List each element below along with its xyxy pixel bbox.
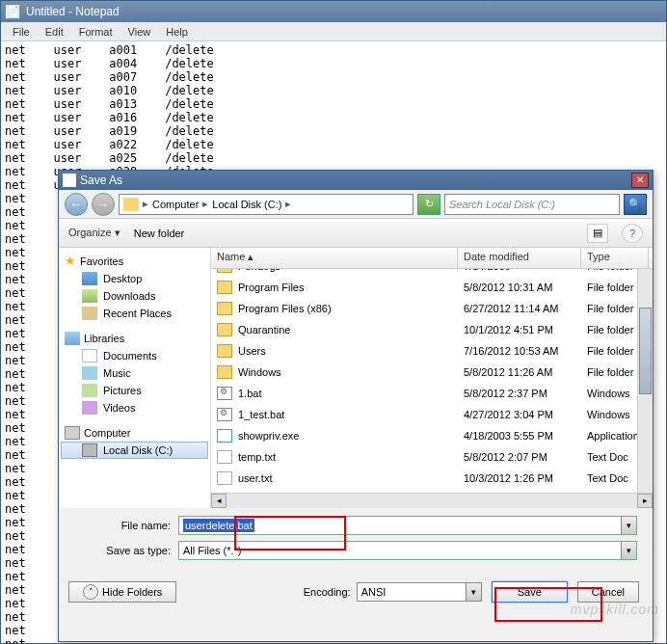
chevron-down-icon[interactable]: ▾ <box>466 583 481 601</box>
savetype-label: Save as type: <box>74 545 178 556</box>
bat-icon <box>217 387 232 400</box>
folder-icon <box>217 302 232 315</box>
sidebar-item-videos[interactable]: Videos <box>61 399 208 416</box>
scroll-right-icon[interactable]: ▸ <box>637 494 653 508</box>
chevron-down-icon[interactable]: ▾ <box>621 542 636 559</box>
file-row[interactable]: Program Files (x86)6/27/2012 11:14 AMFil… <box>211 298 653 319</box>
menu-edit[interactable]: Edit <box>38 24 71 40</box>
scrollbar-thumb[interactable] <box>639 308 652 394</box>
column-date[interactable]: Date modified <box>458 248 581 268</box>
search-button[interactable]: 🔍 <box>624 194 647 215</box>
menu-format[interactable]: Format <box>71 24 120 40</box>
refresh-button[interactable]: ↻ <box>417 194 440 215</box>
sidebar-favorites-head[interactable]: ★Favorites <box>61 252 208 270</box>
sidebar: ★Favorites Desktop Downloads Recent Plac… <box>59 248 211 508</box>
sidebar-item-local-disk[interactable]: Local Disk (C:) <box>61 442 208 459</box>
disk-icon <box>82 443 97 457</box>
file-date: 7/16/2012 10:53 AM <box>458 345 581 357</box>
file-date: 5/8/2012 2:07 PM <box>458 451 581 463</box>
file-row[interactable]: Users7/16/2012 10:53 AMFile folder <box>211 340 653 362</box>
encoding-label: Encoding: <box>304 586 351 598</box>
file-name: temp.txt <box>238 451 276 463</box>
file-date: 5/8/2012 11:26 AM <box>458 366 581 378</box>
downloads-icon <box>82 289 97 303</box>
sidebar-item-pictures[interactable]: Pictures <box>61 382 208 399</box>
filename-value: userdelete.bat <box>183 519 254 532</box>
back-button[interactable]: ← <box>65 193 88 216</box>
desktop-icon <box>82 272 97 285</box>
folder-icon <box>217 281 232 294</box>
save-button[interactable]: Save <box>492 581 568 603</box>
file-date: 10/3/2012 1:26 PM <box>458 472 581 484</box>
nav-row: ← → ▸ Computer ▸ Local Disk (C:) ▸ ↻ Sea… <box>59 190 653 219</box>
exe-icon <box>217 429 232 443</box>
file-row[interactable]: 1_test.bat4/27/2012 3:04 PMWindows <box>211 404 653 425</box>
notepad-title: Untitled - Notepad <box>26 5 120 18</box>
file-date: 4/27/2012 3:04 PM <box>458 409 581 420</box>
button-row: ˄ Hide Folders Encoding: ANSI ▾ Save Can… <box>59 572 653 612</box>
help-button[interactable]: ? <box>622 224 643 243</box>
view-button[interactable]: ▤ <box>587 224 608 243</box>
sidebar-item-music[interactable]: Music <box>61 364 208 382</box>
sidebar-item-desktop[interactable]: Desktop <box>61 270 208 287</box>
txt-icon <box>217 450 232 464</box>
notepad-titlebar: 📄 Untitled - Notepad <box>1 1 666 22</box>
breadcrumb[interactable]: ▸ Computer ▸ Local Disk (C:) ▸ <box>119 194 414 215</box>
encoding-value: ANSI <box>361 586 387 598</box>
file-row[interactable]: Windows5/8/2012 11:26 AMFile folder <box>211 362 653 383</box>
chevron-down-icon[interactable]: ▾ <box>621 517 636 534</box>
file-row[interactable]: Program Files5/8/2012 10:31 AMFile folde… <box>211 277 653 298</box>
library-icon <box>65 332 80 345</box>
close-icon[interactable]: ✕ <box>631 173 649 188</box>
horizontal-scrollbar[interactable]: ◂ ▸ <box>211 493 653 508</box>
organize-button[interactable]: Organize ▾ <box>68 227 120 239</box>
filename-input[interactable]: userdelete.bat ▾ <box>178 516 637 535</box>
sidebar-libraries-head[interactable]: Libraries <box>61 330 208 347</box>
encoding-select[interactable]: ANSI ▾ <box>357 582 482 602</box>
savetype-select[interactable]: All Files (*.*) ▾ <box>178 541 637 560</box>
star-icon: ★ <box>65 254 76 268</box>
file-row[interactable]: PerfLogs7/14/2009File folder <box>211 269 653 277</box>
file-name: Program Files <box>238 282 304 293</box>
file-date: 10/1/2012 4:51 PM <box>458 324 581 335</box>
vertical-scrollbar[interactable] <box>637 269 653 493</box>
sidebar-computer-head[interactable]: Computer <box>61 424 208 442</box>
computer-icon <box>65 426 80 440</box>
breadcrumb-path[interactable]: Local Disk (C:) <box>212 199 281 210</box>
chevron-up-icon: ˄ <box>83 584 98 600</box>
sidebar-item-documents[interactable]: Documents <box>61 347 208 364</box>
file-row[interactable]: user.txt10/3/2012 1:26 PMText Doc <box>211 468 653 489</box>
menu-file[interactable]: File <box>5 24 38 40</box>
file-row[interactable]: Quarantine10/1/2012 4:51 PMFile folder <box>211 319 653 340</box>
folder-icon <box>217 269 232 273</box>
search-input[interactable]: Search Local Disk (C:) <box>444 194 620 215</box>
menu-view[interactable]: View <box>120 24 159 40</box>
file-row[interactable]: 1.bat5/8/2012 2:37 PMWindows <box>211 383 653 404</box>
file-date: 5/8/2012 2:37 PM <box>458 388 581 399</box>
file-list-header: Name ▴ Date modified Type <box>211 248 653 269</box>
saveas-dialog: Save As ✕ ← → ▸ Computer ▸ Local Disk (C… <box>58 170 654 642</box>
file-date: 7/14/2009 <box>458 269 581 272</box>
breadcrumb-root[interactable]: Computer <box>152 199 199 210</box>
cancel-button[interactable]: Cancel <box>577 581 639 603</box>
sidebar-item-downloads[interactable]: Downloads <box>61 287 208 305</box>
folder-icon <box>217 344 232 358</box>
column-name[interactable]: Name ▴ <box>211 248 458 268</box>
documents-icon <box>82 349 97 362</box>
saveas-title: Save As <box>80 174 122 187</box>
file-name: 1_test.bat <box>238 409 284 420</box>
drive-icon <box>123 198 139 211</box>
bottom-fields: File name: userdelete.bat ▾ Save as type… <box>59 508 653 572</box>
scroll-left-icon[interactable]: ◂ <box>211 494 227 508</box>
forward-button[interactable]: → <box>92 193 115 216</box>
file-row[interactable]: showpriv.exe4/18/2003 5:55 PMApplication <box>211 425 653 446</box>
hide-folders-button[interactable]: ˄ Hide Folders <box>68 581 176 603</box>
menu-help[interactable]: Help <box>158 24 196 40</box>
videos-icon <box>82 401 97 415</box>
new-folder-button[interactable]: New folder <box>134 228 185 239</box>
sidebar-item-recent[interactable]: Recent Places <box>61 305 208 322</box>
column-type[interactable]: Type <box>581 248 649 268</box>
file-row[interactable]: temp.txt5/8/2012 2:07 PMText Doc <box>211 446 653 468</box>
music-icon <box>82 366 97 380</box>
file-date: 5/8/2012 10:31 AM <box>458 282 581 293</box>
